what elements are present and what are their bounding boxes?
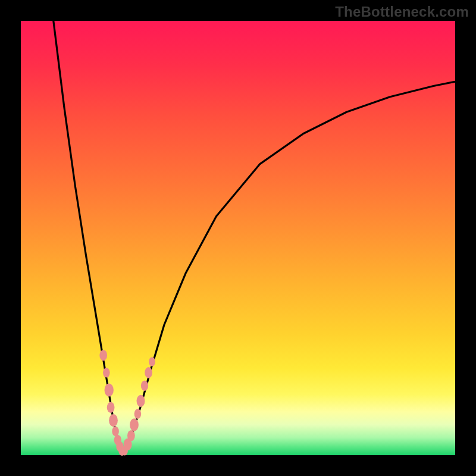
marker-dot [105,384,114,397]
watermark-text: TheBottleneck.com [335,4,469,20]
marker-dot [145,367,152,378]
marker-dot [134,409,142,419]
marker-dot [103,368,110,378]
chart-frame: TheBottleneck.com [0,0,476,476]
curve-right-branch [123,82,456,453]
marker-dot [130,418,139,431]
chart-svg [21,21,455,455]
marker-dot [149,357,155,367]
marker-dot [107,402,115,413]
marker-dot [99,350,107,361]
marker-dot [127,430,135,441]
marker-dot [137,395,145,407]
marker-dot [112,427,119,437]
marker-dot [141,381,148,391]
marker-dot [109,414,118,427]
